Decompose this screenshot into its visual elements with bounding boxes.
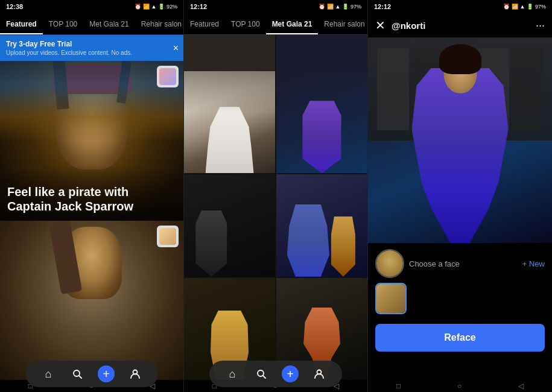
home-icon-1[interactable]: ⌂ xyxy=(40,365,57,382)
met-item-2[interactable] xyxy=(276,71,367,173)
status-bar-3: 12:12 ⏰ 📶 ▲ 🔋 97% xyxy=(368,0,552,13)
video-badge-2 xyxy=(157,226,179,247)
face-thumb-1[interactable] xyxy=(375,283,407,314)
video-badge-1 xyxy=(157,66,179,87)
sys-nav-3: □ ○ ◁ xyxy=(368,380,552,392)
nav-pill-1: ⌂ + xyxy=(25,361,158,387)
tab2-featured[interactable]: Featured xyxy=(184,13,225,34)
met-item-4[interactable] xyxy=(276,174,367,276)
signal-icon-3: 📶 xyxy=(512,4,518,10)
sys-circle-3[interactable]: ○ xyxy=(457,382,462,390)
top-grid-2[interactable] xyxy=(276,35,367,71)
video-overlay-pirate: Feel like a pirate with Captain Jack Spa… xyxy=(0,166,183,221)
status-bar-2: 12:12 ⏰ 📶 ▲ 🔋 97% xyxy=(184,0,367,13)
top-grid-1[interactable] xyxy=(184,35,275,71)
tab2-top100[interactable]: TOP 100 xyxy=(225,13,266,34)
alarm-icon-3: ⏰ xyxy=(503,4,510,10)
top-grid-row xyxy=(184,35,367,71)
face-thumbnails xyxy=(375,283,545,314)
reface-face-section: Choose a face + New Reface xyxy=(368,243,552,358)
add-icon-1[interactable]: + xyxy=(98,365,115,382)
choose-face-label: Choose a face xyxy=(409,259,518,268)
wifi-icon-2: ▲ xyxy=(335,4,341,10)
trial-banner: Try 3-day Free Trial Upload your videos.… xyxy=(0,35,183,61)
tab-metgala[interactable]: Met Gala 21 xyxy=(83,13,135,34)
battery-icon-2: 🔋 97% xyxy=(342,4,361,10)
svg-line-4 xyxy=(263,376,265,378)
battery-icon-1: 🔋 92% xyxy=(158,4,177,10)
face-header-row: Choose a face + New xyxy=(375,249,545,278)
reface-username: @nkorti xyxy=(392,21,530,31)
panel-1: 12:38 ⏰ 📶 ▲ 🔋 92% Featured TOP 100 Met G… xyxy=(0,0,184,392)
reface-button[interactable]: Reface xyxy=(375,324,545,352)
home-icon-2[interactable]: ⌂ xyxy=(224,365,241,382)
status-icons-2: ⏰ 📶 ▲ 🔋 97% xyxy=(319,4,361,10)
trial-close-button[interactable]: × xyxy=(173,43,179,54)
pirate-video-title: Feel like a pirate with Captain Jack Spa… xyxy=(7,185,176,213)
add-icon-2[interactable]: + xyxy=(282,365,299,382)
trial-title: Try 3-day Free Trial xyxy=(6,40,165,48)
trial-subtitle: Upload your videos. Exclusive content. N… xyxy=(6,49,165,56)
wifi-icon-3: ▲ xyxy=(520,4,525,10)
tab2-metgala[interactable]: Met Gala 21 xyxy=(266,13,319,34)
profile-icon-2[interactable] xyxy=(311,365,328,382)
signal-icon-1: 📶 xyxy=(143,4,150,10)
reface-main-image[interactable] xyxy=(368,38,552,243)
tabs-1: Featured TOP 100 Met Gala 21 Rehair salo… xyxy=(0,13,183,35)
reface-close-button[interactable]: ✕ xyxy=(375,18,385,33)
video-card-pirate[interactable]: Feel like a pirate with Captain Jack Spa… xyxy=(0,61,183,221)
sys-back-3[interactable]: ◁ xyxy=(518,382,524,390)
met-item-3[interactable] xyxy=(184,174,275,276)
reface-header: ✕ @nkorti ··· xyxy=(368,13,552,38)
alarm-icon-1: ⏰ xyxy=(135,4,141,10)
face-avatar-selected xyxy=(375,249,404,278)
tab-featured[interactable]: Featured xyxy=(0,13,43,34)
met-grid xyxy=(184,71,367,380)
tabs-2: Featured TOP 100 Met Gala 21 Rehair salo… xyxy=(184,13,367,35)
bottom-nav-2: ⌂ + xyxy=(184,361,367,387)
wifi-icon-1: ▲ xyxy=(151,4,157,10)
status-icons-1: ⏰ 📶 ▲ 🔋 92% xyxy=(135,4,177,10)
time-1: 12:38 xyxy=(6,3,23,10)
signal-icon-2: 📶 xyxy=(327,4,334,10)
status-bar-1: 12:38 ⏰ 📶 ▲ 🔋 92% xyxy=(0,0,183,13)
time-3: 12:12 xyxy=(374,3,391,10)
svg-line-1 xyxy=(79,376,81,378)
alarm-icon-2: ⏰ xyxy=(319,4,325,10)
status-icons-3: ⏰ 📶 ▲ 🔋 97% xyxy=(503,4,546,10)
new-face-button[interactable]: + New xyxy=(522,259,545,268)
met-item-1[interactable] xyxy=(184,71,275,173)
search-icon-1[interactable] xyxy=(69,365,86,382)
time-2: 12:12 xyxy=(190,3,207,10)
battery-icon-3: 🔋 97% xyxy=(527,4,546,10)
video-card-rambo[interactable] xyxy=(0,221,183,380)
reface-more-button[interactable]: ··· xyxy=(536,19,545,32)
panel-2: 12:12 ⏰ 📶 ▲ 🔋 97% Featured TOP 100 Met G… xyxy=(184,0,368,392)
bottom-nav-1: ⌂ + xyxy=(0,361,183,387)
tab-top100[interactable]: TOP 100 xyxy=(43,13,84,34)
tab-rehair[interactable]: Rehair salon xyxy=(135,13,183,34)
search-icon-2[interactable] xyxy=(253,365,270,382)
panel-3: 12:12 ⏰ 📶 ▲ 🔋 97% ✕ @nkorti ··· xyxy=(368,0,552,392)
profile-icon-1[interactable] xyxy=(127,365,144,382)
nav-pill-2: ⌂ + xyxy=(209,361,342,387)
tab2-rehair[interactable]: Rehair salon xyxy=(318,13,367,34)
sys-square-3[interactable]: □ xyxy=(396,382,401,390)
